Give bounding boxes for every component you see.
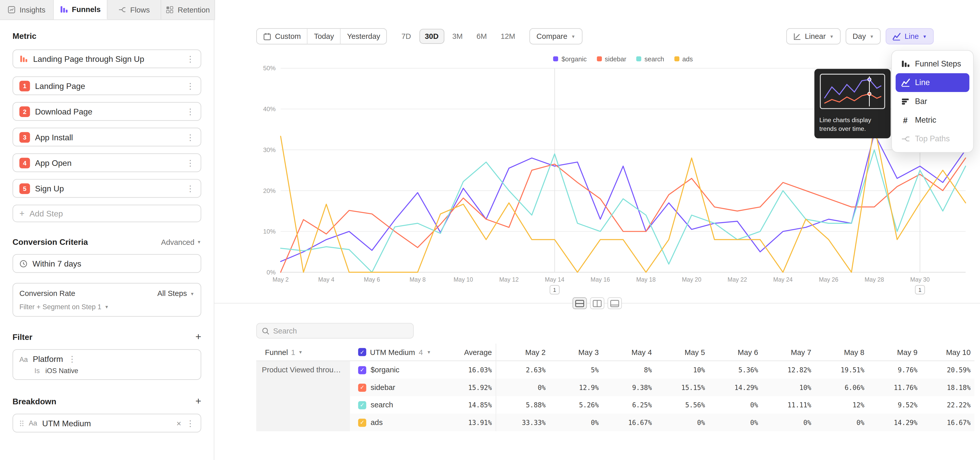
series-checkbox[interactable]: ✓ bbox=[358, 418, 366, 426]
average-value: 16.03% bbox=[439, 361, 496, 379]
kebab-menu-icon[interactable]: ⋮ bbox=[186, 82, 194, 90]
breakdown-card-utm-medium[interactable]: Aa UTM Medium × ⋮ bbox=[13, 414, 201, 433]
breakdown-checkbox[interactable]: ✓ bbox=[358, 348, 366, 356]
range-7d-button[interactable]: 7D bbox=[396, 29, 417, 44]
svg-text:May 6: May 6 bbox=[364, 276, 380, 283]
report-main-area: Custom Today Yesterday 7D30D3M6M12M Comp… bbox=[215, 0, 980, 460]
tab-insights[interactable]: Insights bbox=[0, 0, 54, 19]
series-row-label[interactable]: ✓search bbox=[350, 396, 439, 414]
svg-text:40%: 40% bbox=[263, 105, 275, 112]
chart-type-dropdown[interactable]: Line▼ bbox=[886, 28, 934, 45]
menu-item-metric[interactable]: #Metric bbox=[896, 111, 969, 129]
breakdown-heading: Breakdown bbox=[13, 396, 56, 406]
tab-label: Insights bbox=[20, 5, 45, 14]
layout-table-only-button[interactable] bbox=[608, 297, 622, 309]
all-steps-dropdown[interactable]: All Steps▼ bbox=[157, 289, 194, 298]
svg-text:May 8: May 8 bbox=[410, 276, 426, 283]
menu-item-bar[interactable]: Bar bbox=[896, 92, 969, 111]
funnel-step[interactable]: 5Sign Up⋮ bbox=[13, 179, 201, 198]
table-value: 5.88% bbox=[496, 396, 549, 414]
funnel-step[interactable]: 4App Open⋮ bbox=[13, 153, 201, 172]
range-3m-button[interactable]: 3M bbox=[447, 29, 468, 44]
add-breakdown-button[interactable]: + bbox=[196, 396, 201, 406]
legend-item[interactable]: ads bbox=[674, 55, 693, 62]
range-12m-button[interactable]: 12M bbox=[495, 29, 521, 44]
menu-item-label: Bar bbox=[915, 97, 927, 106]
series-checkbox[interactable]: ✓ bbox=[358, 383, 366, 391]
funnel-step[interactable]: 2Download Page⋮ bbox=[13, 102, 201, 121]
kebab-menu-icon[interactable]: ⋮ bbox=[186, 55, 194, 63]
layout-split-vertical-button[interactable] bbox=[590, 297, 605, 309]
kebab-menu-icon[interactable]: ⋮ bbox=[186, 419, 194, 427]
add-filter-button[interactable]: + bbox=[196, 332, 201, 342]
table-group-cell[interactable]: Product Viewed through P… bbox=[256, 361, 350, 431]
funnel-steps-list: 1Landing Page⋮2Download Page⋮3App Instal… bbox=[13, 77, 201, 198]
tab-label: Funnels bbox=[72, 5, 101, 14]
table-value: 11.11% bbox=[762, 396, 815, 414]
kebab-menu-icon[interactable]: ⋮ bbox=[186, 159, 194, 167]
linear-scale-icon bbox=[793, 32, 801, 40]
legend-swatch bbox=[674, 56, 679, 61]
search-input[interactable] bbox=[273, 326, 408, 335]
tab-flows[interactable]: Flows bbox=[107, 0, 161, 19]
tab-label: Retention bbox=[178, 5, 210, 14]
compare-button[interactable]: Compare▼ bbox=[530, 28, 582, 45]
table-value: 0% bbox=[709, 396, 762, 414]
table-value: 20.59% bbox=[921, 361, 974, 379]
series-row-label[interactable]: ✓$organic bbox=[350, 361, 439, 379]
funnel-metric-card[interactable]: Landing Page through Sign Up ⋮ bbox=[13, 50, 201, 68]
custom-range-button[interactable]: Custom bbox=[257, 29, 307, 44]
series-checkbox[interactable]: ✓ bbox=[358, 366, 366, 374]
today-button[interactable]: Today bbox=[307, 29, 340, 44]
breakdown-column-header[interactable]: ✓UTM Medium4▼ bbox=[350, 343, 439, 361]
tab-funnels[interactable]: Funnels bbox=[54, 0, 108, 19]
menu-item-funnel-steps[interactable]: Funnel Steps bbox=[896, 54, 969, 73]
drag-handle-icon[interactable] bbox=[19, 420, 24, 426]
range-30d-button[interactable]: 30D bbox=[419, 29, 444, 44]
kebab-menu-icon[interactable]: ⋮ bbox=[186, 184, 194, 192]
menu-item-label: Top Paths bbox=[915, 135, 950, 143]
series-row-label[interactable]: ✓ads bbox=[350, 414, 439, 431]
kebab-menu-icon[interactable]: ⋮ bbox=[186, 107, 194, 115]
funnel-column-header[interactable]: Funnel1▼ bbox=[256, 343, 350, 361]
table-value: 15.15% bbox=[655, 379, 709, 396]
conversion-window-card[interactable]: Within 7 days bbox=[13, 254, 201, 273]
query-builder-sidebar: Metric Landing Page through Sign Up ⋮ 1L… bbox=[0, 20, 215, 460]
granularity-dropdown[interactable]: Day▼ bbox=[846, 28, 881, 45]
table-value: 11.76% bbox=[868, 379, 921, 396]
tab-label: Flows bbox=[130, 5, 150, 14]
legend-item[interactable]: sidebar bbox=[597, 55, 626, 62]
date-range-presets: Custom Today Yesterday bbox=[256, 28, 387, 45]
filter-card-platform[interactable]: Aa Platform ⋮ Is iOS Native bbox=[13, 349, 201, 380]
filter-operator[interactable]: Is bbox=[35, 367, 40, 374]
layout-split-horizontal-button[interactable] bbox=[573, 297, 587, 309]
legend-item[interactable]: $organic bbox=[553, 55, 587, 62]
menu-item-line[interactable]: Line bbox=[896, 73, 969, 92]
legend-item[interactable]: search bbox=[636, 55, 664, 62]
table-value: 0% bbox=[496, 379, 549, 396]
tab-retention[interactable]: Retention bbox=[161, 0, 215, 19]
filter-property-label: Platform bbox=[33, 354, 63, 364]
scale-dropdown[interactable]: Linear▼ bbox=[786, 28, 841, 45]
funnel-step[interactable]: 3App Install⋮ bbox=[13, 128, 201, 147]
add-step-button[interactable]: + Add Step bbox=[13, 205, 201, 222]
filter-value[interactable]: iOS Native bbox=[45, 367, 78, 374]
series-checkbox[interactable]: ✓ bbox=[358, 401, 366, 409]
breakdown-table: Funnel1▼✓UTM Medium4▼AverageMay 2May 3Ma… bbox=[256, 343, 974, 431]
series-row-label[interactable]: ✓sidebar bbox=[350, 379, 439, 396]
range-6m-button[interactable]: 6M bbox=[471, 29, 493, 44]
kebab-menu-icon[interactable]: ⋮ bbox=[68, 355, 76, 363]
funnel-step[interactable]: 1Landing Page⋮ bbox=[13, 77, 201, 95]
advanced-dropdown[interactable]: Advanced▼ bbox=[161, 237, 201, 246]
tooltip-text: Line charts display trends over time. bbox=[819, 116, 886, 133]
breakdown-count: 4 bbox=[419, 348, 423, 356]
table-value: 16.67% bbox=[603, 414, 655, 431]
table-value: 12% bbox=[815, 396, 868, 414]
yesterday-button[interactable]: Yesterday bbox=[340, 29, 387, 44]
kebab-menu-icon[interactable]: ⋮ bbox=[186, 133, 194, 141]
table-value: 0% bbox=[762, 414, 815, 431]
filter-segment-dropdown[interactable]: Filter + Segment on Step 1▼ bbox=[19, 303, 194, 310]
remove-breakdown-icon[interactable]: × bbox=[177, 418, 181, 428]
svg-text:May 18: May 18 bbox=[636, 276, 655, 283]
date-column-header: May 6 bbox=[709, 343, 762, 361]
